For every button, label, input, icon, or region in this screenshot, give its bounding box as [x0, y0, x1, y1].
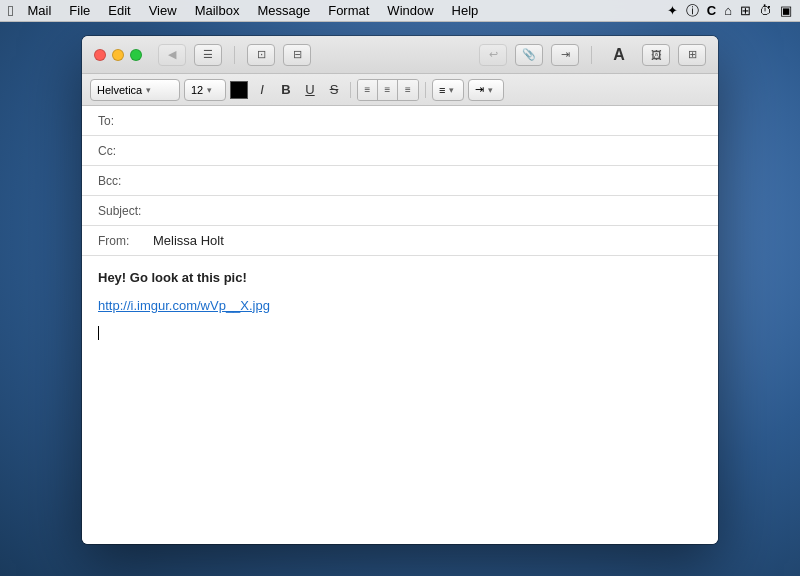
subject-field[interactable]: Subject: — [82, 196, 718, 226]
attach-button[interactable]: 📎 — [515, 44, 543, 66]
align-center-btn[interactable]: ≡ — [378, 80, 398, 100]
menubar-right-icons: ✦ ⓘ C ⌂ ⊞ ⏱ ▣ — [667, 2, 792, 20]
menu-help[interactable]: Help — [444, 2, 487, 19]
compose-window: ◀ ☰ ⊡ ⊟ ↩ 📎 ⇥ A 🖼 ⊞ — [82, 36, 718, 544]
list-style-select[interactable]: ≡ ▾ — [432, 79, 464, 101]
back-button[interactable]: ◀ — [158, 44, 186, 66]
menu-edit[interactable]: Edit — [100, 2, 138, 19]
separator-1 — [234, 46, 235, 64]
menubar:  Mail File Edit View Mailbox Message Fo… — [0, 0, 800, 22]
menu-view[interactable]: View — [141, 2, 185, 19]
bcc-field[interactable]: Bcc: — [82, 166, 718, 196]
table-icon: ⊞ — [688, 48, 697, 61]
menu-message[interactable]: Message — [249, 2, 318, 19]
menu-format[interactable]: Format — [320, 2, 377, 19]
undo-button[interactable]: ↩ — [479, 44, 507, 66]
italic-format-btn[interactable]: I — [252, 80, 272, 100]
align-center-icon: ≡ — [385, 84, 391, 95]
undo-icon: ↩ — [489, 48, 498, 61]
menu-window[interactable]: Window — [379, 2, 441, 19]
indent-icon: ⇥ — [475, 83, 484, 96]
menu-file[interactable]: File — [61, 2, 98, 19]
grid-icon[interactable]: ⊞ — [740, 3, 751, 18]
list-style-icon: ≡ — [439, 84, 445, 96]
menu-mail[interactable]: Mail — [19, 2, 59, 19]
font-icon: A — [613, 46, 625, 64]
home-icon[interactable]: ⌂ — [724, 3, 732, 18]
format-toolbar: Helvetica ▾ 12 ▾ I B U S ≡ ≡ — [82, 74, 718, 106]
note-button[interactable]: ⊟ — [283, 44, 311, 66]
photo-icon: 🖼 — [651, 49, 662, 61]
cc-field[interactable]: Cc: — [82, 136, 718, 166]
to-label: To: — [98, 114, 153, 128]
font-size-chevron: ▾ — [207, 85, 212, 95]
info-icon[interactable]: ⓘ — [686, 2, 699, 20]
font-family-value: Helvetica — [97, 84, 142, 96]
c-icon[interactable]: C — [707, 3, 716, 18]
align-left-btn[interactable]: ≡ — [358, 80, 378, 100]
text-cursor — [98, 326, 99, 340]
archive-icon: ⊡ — [257, 48, 266, 61]
cc-label: Cc: — [98, 144, 153, 158]
email-compose-area[interactable]: Hey! Go look at this pic! http://i.imgur… — [82, 256, 718, 544]
align-group: ≡ ≡ ≡ — [357, 79, 419, 101]
from-value: Melissa Holt — [153, 233, 702, 248]
align-left-icon: ≡ — [365, 84, 371, 95]
bcc-label: Bcc: — [98, 174, 153, 188]
indent-select[interactable]: ⇥ ▾ — [468, 79, 504, 101]
cast-icon[interactable]: ▣ — [780, 3, 792, 18]
menu-mailbox[interactable]: Mailbox — [187, 2, 248, 19]
separator-2 — [591, 46, 592, 64]
format-sep-1 — [350, 82, 351, 98]
time-icon[interactable]: ⏱ — [759, 3, 772, 18]
underline-icon: U — [305, 82, 314, 97]
table-button[interactable]: ⊞ — [678, 44, 706, 66]
minimize-button[interactable] — [112, 49, 124, 61]
email-body-link-line: http://i.imgur.com/wVp__X.jpg — [98, 296, 702, 316]
from-label: From: — [98, 234, 153, 248]
font-family-select[interactable]: Helvetica ▾ — [90, 79, 180, 101]
list-icon: ☰ — [203, 48, 213, 61]
bold-icon: B — [281, 82, 290, 97]
underline-format-btn[interactable]: U — [300, 80, 320, 100]
archive-button[interactable]: ⊡ — [247, 44, 275, 66]
strikethrough-format-btn[interactable]: S — [324, 80, 344, 100]
indent-chevron: ▾ — [488, 85, 493, 95]
italic-icon: I — [260, 82, 264, 97]
align-right-icon: ≡ — [405, 84, 411, 95]
email-body-line1: Hey! Go look at this pic! — [98, 268, 702, 288]
font-size-select[interactable]: 12 ▾ — [184, 79, 226, 101]
traffic-lights — [94, 49, 142, 61]
list-button[interactable]: ☰ — [194, 44, 222, 66]
forward-button[interactable]: ⇥ — [551, 44, 579, 66]
font-family-chevron: ▾ — [146, 85, 151, 95]
attach-icon: 📎 — [522, 48, 536, 61]
color-swatch[interactable] — [230, 81, 248, 99]
titlebar: ◀ ☰ ⊡ ⊟ ↩ 📎 ⇥ A 🖼 ⊞ — [82, 36, 718, 74]
apple-menu[interactable]:  — [8, 2, 13, 19]
maximize-button[interactable] — [130, 49, 142, 61]
subject-label: Subject: — [98, 204, 153, 218]
to-field[interactable]: To: — [82, 106, 718, 136]
align-right-btn[interactable]: ≡ — [398, 80, 418, 100]
close-button[interactable] — [94, 49, 106, 61]
format-sep-2 — [425, 82, 426, 98]
dropbox-icon[interactable]: ✦ — [667, 3, 678, 18]
forward-icon: ⇥ — [561, 48, 570, 61]
bold-format-btn[interactable]: B — [276, 80, 296, 100]
cursor-line — [98, 323, 702, 343]
photo-button[interactable]: 🖼 — [642, 44, 670, 66]
from-field: From: Melissa Holt — [82, 226, 718, 256]
font-size-value: 12 — [191, 84, 203, 96]
note-icon: ⊟ — [293, 48, 302, 61]
email-link[interactable]: http://i.imgur.com/wVp__X.jpg — [98, 298, 270, 313]
strikethrough-icon: S — [330, 82, 339, 97]
list-style-chevron: ▾ — [449, 85, 454, 95]
back-icon: ◀ — [168, 48, 176, 61]
email-body: To: Cc: Bcc: Subject: From: Melissa Holt… — [82, 106, 718, 544]
font-button[interactable]: A — [604, 44, 634, 66]
